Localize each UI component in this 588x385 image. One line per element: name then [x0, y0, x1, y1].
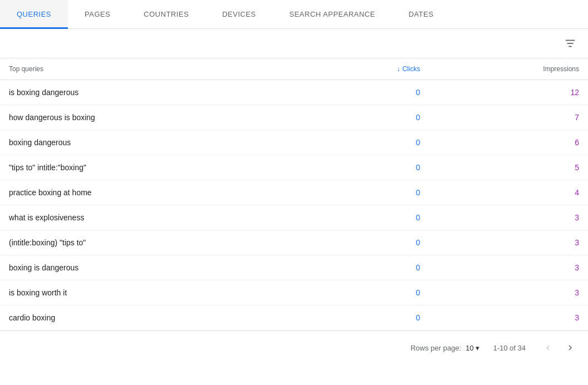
query-cell: is boxing dangerous — [0, 80, 307, 105]
query-cell: what is explosiveness — [0, 205, 307, 230]
clicks-cell: 0 — [307, 305, 429, 330]
table-row: practice boxing at home04 — [0, 180, 588, 205]
impressions-cell: 5 — [429, 155, 588, 180]
column-header-impressions: Impressions — [429, 58, 588, 80]
impressions-cell: 4 — [429, 180, 588, 205]
table-row: boxing is dangerous03 — [0, 255, 588, 280]
tab-countries[interactable]: COUNTRIES — [127, 0, 205, 28]
tab-dates[interactable]: DATES — [392, 0, 450, 28]
table-row: boxing dangerous06 — [0, 130, 588, 155]
tab-queries[interactable]: QUERIES — [0, 0, 68, 28]
clicks-cell: 0 — [307, 280, 429, 305]
table-row: is boxing worth it03 — [0, 280, 588, 305]
rows-per-page-value: 10 — [466, 344, 473, 352]
next-page-button[interactable] — [561, 339, 579, 357]
rows-per-page: Rows per page: 10 ▾ — [411, 344, 480, 352]
tab-search-appearance[interactable]: SEARCH APPEARANCE — [273, 0, 392, 28]
rows-per-page-select[interactable]: 10 ▾ — [466, 344, 480, 352]
impressions-cell: 3 — [429, 280, 588, 305]
clicks-cell: 0 — [307, 255, 429, 280]
table-row: is boxing dangerous012 — [0, 80, 588, 105]
table-row: (intitle:boxing) "tips to"03 — [0, 230, 588, 255]
clicks-cell: 0 — [307, 205, 429, 230]
impressions-cell: 3 — [429, 255, 588, 280]
column-header-clicks[interactable]: ↓Clicks — [307, 58, 429, 80]
query-cell: is boxing worth it — [0, 280, 307, 305]
rows-per-page-label: Rows per page: — [411, 344, 461, 352]
impressions-cell: 3 — [429, 230, 588, 255]
impressions-cell: 12 — [429, 80, 588, 105]
table-row: "tips to" intitle:"boxing"05 — [0, 155, 588, 180]
impressions-cell: 3 — [429, 205, 588, 230]
clicks-cell: 0 — [307, 230, 429, 255]
impressions-cell: 6 — [429, 130, 588, 155]
queries-table: Top queries ↓Clicks Impressions is boxin… — [0, 58, 588, 330]
clicks-cell: 0 — [307, 155, 429, 180]
tab-pages[interactable]: PAGES — [68, 0, 127, 28]
tab-bar: QUERIES PAGES COUNTRIES DEVICES SEARCH A… — [0, 0, 588, 29]
query-cell: (intitle:boxing) "tips to" — [0, 230, 307, 255]
query-cell: boxing dangerous — [0, 130, 307, 155]
filter-bar — [0, 29, 588, 58]
filter-button[interactable] — [561, 34, 579, 52]
table-row: how dangerous is boxing07 — [0, 105, 588, 130]
clicks-cell: 0 — [307, 80, 429, 105]
query-cell: cardio boxing — [0, 305, 307, 330]
clicks-cell: 0 — [307, 105, 429, 130]
prev-page-button[interactable] — [539, 339, 557, 357]
query-cell: practice boxing at home — [0, 180, 307, 205]
query-cell: "tips to" intitle:"boxing" — [0, 155, 307, 180]
column-header-query: Top queries — [0, 58, 307, 80]
page-info: 1-10 of 34 — [493, 344, 526, 352]
clicks-cell: 0 — [307, 130, 429, 155]
chevron-down-icon: ▾ — [476, 344, 480, 352]
table-row: what is explosiveness03 — [0, 205, 588, 230]
page-nav — [539, 339, 579, 357]
sort-arrow-icon: ↓ — [397, 65, 400, 73]
query-cell: boxing is dangerous — [0, 255, 307, 280]
query-cell: how dangerous is boxing — [0, 105, 307, 130]
pagination-bar: Rows per page: 10 ▾ 1-10 of 34 — [0, 330, 588, 364]
impressions-cell: 3 — [429, 305, 588, 330]
clicks-cell: 0 — [307, 180, 429, 205]
tab-devices[interactable]: DEVICES — [205, 0, 273, 28]
impressions-cell: 7 — [429, 105, 588, 130]
table-row: cardio boxing03 — [0, 305, 588, 330]
